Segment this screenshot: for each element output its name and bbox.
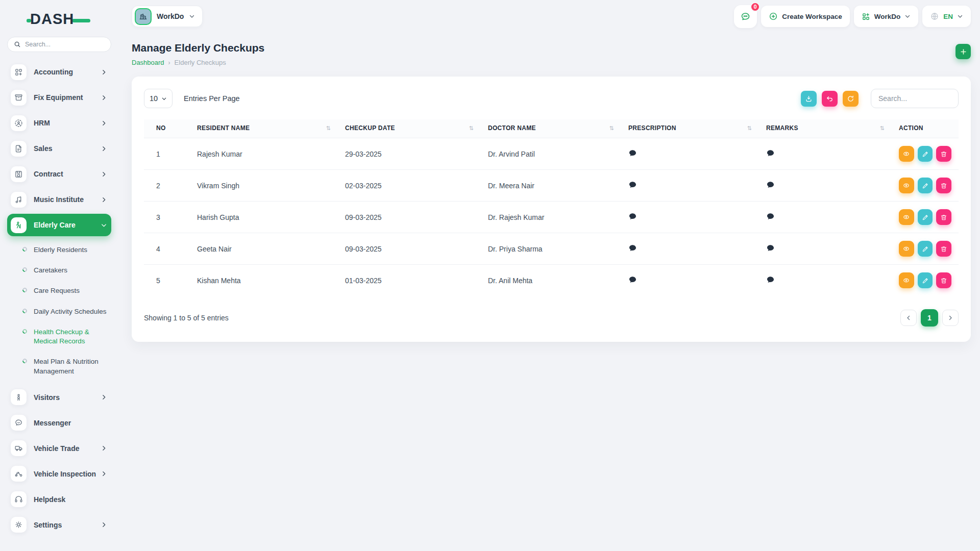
next-page-button[interactable] [942, 310, 959, 326]
page-1-button[interactable]: 1 [921, 309, 938, 327]
add-checkup-button[interactable] [955, 44, 971, 59]
submenu-item-care-requests[interactable]: Care Requests [22, 281, 111, 301]
sidebar-item-contract[interactable]: Contract [7, 161, 111, 187]
table-row: 3 Harish Gupta 09-03-2025 Dr. Rajesh Kum… [144, 202, 959, 233]
edit-button[interactable] [918, 146, 933, 162]
submenu-item-caretakers[interactable]: Caretakers [22, 260, 111, 281]
prescription-comment-icon[interactable] [628, 212, 637, 221]
column-header-doctor-name[interactable]: DOCTOR NAME⇅ [481, 119, 621, 138]
sidebar-item-elderly-care[interactable]: Elderly Care [7, 214, 111, 236]
export-button[interactable] [801, 91, 817, 107]
submenu-item-label: Elderly Residents [34, 245, 87, 255]
bullet-icon [21, 266, 28, 273]
view-button[interactable] [899, 178, 914, 193]
topbar-actions: 0 Create Workspace WorkDo EN [734, 5, 971, 28]
submenu-item-elderly-residents[interactable]: Elderly Residents [22, 240, 111, 260]
page-header: Manage Elderly Checkups Dashboard › Elde… [132, 42, 971, 66]
edit-button[interactable] [918, 241, 933, 257]
cell-doctor-name: Dr. Priya Sharma [481, 233, 621, 265]
refresh-button[interactable] [843, 91, 859, 107]
sidebar-item-music-institute[interactable]: Music Institute [7, 187, 111, 212]
workspace-menu-button[interactable]: WorkDo [854, 6, 919, 27]
sidebar-item-label: Elderly Care [34, 221, 101, 229]
sidebar-item-label: Visitors [34, 393, 101, 402]
sort-icon[interactable]: ⇅ [326, 125, 331, 132]
sort-icon[interactable]: ⇅ [879, 125, 885, 132]
app-logo[interactable]: DASH [7, 9, 111, 29]
elderly-care-submenu: Elderly Residents Caretakers Care Reques… [7, 238, 111, 385]
row-actions [899, 209, 951, 225]
column-header-checkup-date[interactable]: CHECKUP DATE⇅ [338, 119, 481, 138]
submenu-item-daily-activity-schedules[interactable]: Daily Activity Schedules [22, 302, 111, 322]
messages-button[interactable]: 0 [734, 5, 757, 28]
remarks-comment-icon[interactable] [766, 276, 775, 284]
table-header-row: NO RESIDENT NAME⇅ CHECKUP DATE⇅ DOCTOR N… [144, 119, 959, 138]
remarks-comment-icon[interactable] [766, 149, 775, 158]
sidebar-item-messenger[interactable]: Messenger [7, 410, 111, 436]
prescription-comment-icon[interactable] [628, 149, 637, 158]
cell-checkup-date: 09-03-2025 [338, 233, 481, 265]
search-input[interactable] [25, 41, 105, 48]
delete-button[interactable] [936, 146, 951, 162]
sidebar-item-visitors[interactable]: Visitors [7, 385, 111, 410]
sort-icon[interactable]: ⇅ [747, 125, 752, 132]
delete-button[interactable] [936, 209, 951, 225]
previous-page-button[interactable] [900, 310, 917, 326]
sort-icon[interactable]: ⇅ [469, 125, 474, 132]
main-content: WorkDo 0 Create Workspace WorkDo EN [118, 0, 980, 551]
submenu-item-meal-plan-nutrition[interactable]: Meal Plan & Nutrition Management [22, 352, 111, 381]
column-header-prescription[interactable]: PRESCRIPTION⇅ [621, 119, 759, 138]
sidebar-item-accounting[interactable]: Accounting [7, 59, 111, 85]
edit-button[interactable] [918, 209, 933, 225]
accounting-icon [11, 64, 27, 80]
archive-box-icon [11, 90, 27, 106]
cell-resident-name: Harish Gupta [190, 202, 338, 233]
delete-button[interactable] [936, 272, 951, 288]
cell-resident-name: Vikram Singh [190, 170, 338, 202]
remarks-comment-icon[interactable] [766, 212, 775, 221]
view-button[interactable] [899, 146, 914, 162]
view-button[interactable] [899, 209, 914, 225]
breadcrumb-dashboard-link[interactable]: Dashboard [132, 59, 164, 66]
create-workspace-button[interactable]: Create Workspace [761, 6, 850, 27]
prescription-comment-icon[interactable] [628, 276, 637, 284]
view-button[interactable] [899, 272, 914, 288]
sidebar-search[interactable] [7, 37, 111, 52]
column-header-remarks[interactable]: REMARKS⇅ [759, 119, 892, 138]
cell-no: 4 [144, 233, 190, 265]
sidebar-item-fix-equipment[interactable]: Fix Equipment [7, 85, 111, 110]
sidebar-item-vehicle-inspection[interactable]: Vehicle Inspection [7, 461, 111, 487]
entries-value: 10 [150, 94, 158, 103]
delete-button[interactable] [936, 241, 951, 257]
edit-button[interactable] [918, 272, 933, 288]
edit-button[interactable] [918, 178, 933, 193]
language-selector[interactable]: EN [922, 6, 971, 27]
view-button[interactable] [899, 241, 914, 257]
sidebar-item-hrm[interactable]: HRM [7, 110, 111, 136]
entries-per-page-select[interactable]: 10 [144, 89, 173, 108]
column-header-resident-name[interactable]: RESIDENT NAME⇅ [190, 119, 338, 138]
remarks-comment-icon[interactable] [766, 181, 775, 189]
sidebar-item-sales[interactable]: Sales [7, 136, 111, 161]
refresh-icon [847, 95, 854, 103]
chevron-left-icon [905, 315, 912, 321]
bullet-icon [21, 328, 28, 335]
undo-button[interactable] [822, 91, 838, 107]
delete-button[interactable] [936, 178, 951, 193]
sidebar-item-vehicle-trade[interactable]: Vehicle Trade [7, 436, 111, 461]
sidebar-item-settings[interactable]: Settings [7, 512, 111, 538]
workspace-switcher[interactable]: WorkDo [132, 6, 203, 27]
table-search-input[interactable] [871, 89, 959, 108]
chevron-right-icon [101, 196, 107, 203]
cell-no: 1 [144, 138, 190, 170]
chevron-right-icon [101, 445, 107, 452]
sort-icon[interactable]: ⇅ [609, 125, 614, 132]
remarks-comment-icon[interactable] [766, 244, 775, 253]
sidebar-item-helpdesk[interactable]: Helpdesk [7, 487, 111, 512]
submenu-item-health-checkup-medical-records[interactable]: Health Checkup & Medical Records [22, 322, 111, 352]
prescription-comment-icon[interactable] [628, 181, 637, 189]
cell-checkup-date: 02-03-2025 [338, 170, 481, 202]
prescription-comment-icon[interactable] [628, 244, 637, 253]
undo-arrow-icon [826, 95, 834, 103]
table-controls: 10 Entries Per Page [144, 89, 959, 108]
